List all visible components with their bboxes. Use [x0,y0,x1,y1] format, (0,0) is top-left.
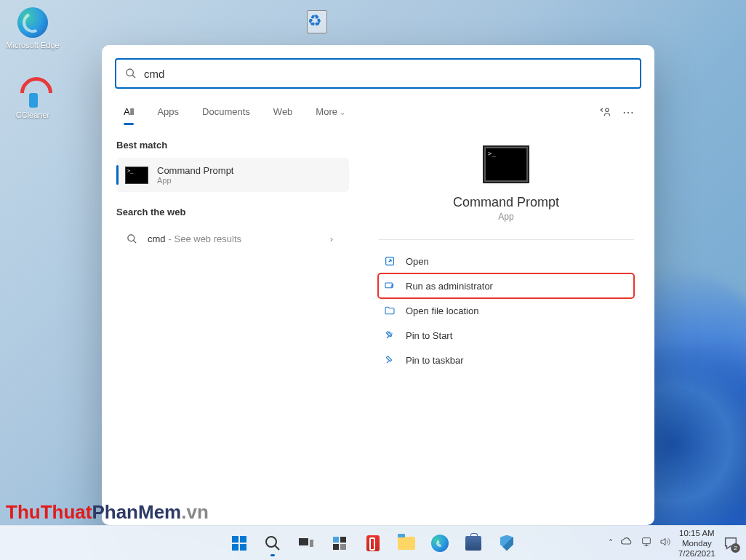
svg-line-4 [133,240,136,243]
notification-badge: 2 [731,543,740,553]
folder-icon [384,305,396,316]
volume-icon[interactable] [659,537,671,549]
taskbar-security[interactable] [492,529,521,558]
chevron-up-icon[interactable]: ˄ [609,538,613,548]
preview-pane: Command Prompt App Open Run as administr… [349,125,654,525]
store-icon [465,536,481,551]
pin-icon [384,329,396,341]
result-subtitle: App [157,176,233,185]
chevron-right-icon: › [330,233,333,244]
hero-subtitle: App [498,212,513,222]
pin-icon [384,354,396,366]
recycle-bin-icon[interactable] [302,7,332,36]
tab-web[interactable]: Web [266,100,300,124]
svg-rect-9 [299,538,308,545]
svg-point-2 [606,108,609,112]
best-match-header: Best match [116,140,349,151]
hero-title: Command Prompt [453,195,559,210]
svg-rect-10 [310,540,313,547]
svg-line-8 [275,545,279,550]
folder-icon [398,537,415,550]
web-query: cmd [148,233,166,244]
svg-point-3 [128,235,135,241]
widgets[interactable] [325,529,354,558]
edge-icon [431,535,449,552]
search-window: All Apps Documents Web More⌄ ⋯ Best matc… [102,45,654,525]
svg-rect-13 [333,544,339,550]
svg-line-1 [132,75,135,78]
taskbar-edge[interactable] [425,529,454,558]
tab-more[interactable]: More⌄ [308,100,353,124]
svg-rect-11 [333,537,339,543]
watermark: ThuThuatPhanMem.vn [6,501,209,524]
svg-rect-15 [642,538,650,544]
divider [378,239,634,240]
svg-point-7 [266,537,276,547]
taskbar-store[interactable] [459,529,488,558]
taskview-icon [297,535,315,552]
svg-rect-14 [340,544,346,550]
taskbar-search[interactable] [258,529,287,558]
result-command-prompt[interactable]: Command Prompt App [116,158,349,192]
tab-documents[interactable]: Documents [195,100,257,124]
ccleaner-icon [17,77,48,108]
switch-user-icon[interactable] [593,101,617,124]
chevron-down-icon: ⌄ [340,108,345,116]
search-tabs: All Apps Documents Web More⌄ ⋯ [102,96,654,125]
svg-point-0 [127,69,133,76]
desktop-icon-label: CCleaner [6,111,60,120]
admin-icon [384,280,396,292]
action-run-as-admin[interactable]: Run as administrator [378,273,634,298]
desktop-icon-ccleaner[interactable]: CCleaner [6,77,60,120]
search-web-header: Search the web [116,207,349,217]
search-input-container[interactable] [115,58,641,89]
svg-rect-12 [340,537,346,543]
tab-apps[interactable]: Apps [150,100,186,124]
onedrive-icon[interactable] [620,537,633,548]
web-suffix: - See web results [169,233,241,244]
action-open[interactable]: Open [378,249,634,273]
search-icon [127,233,137,244]
system-tray[interactable]: ˄ [609,537,671,549]
taskbar-clock[interactable]: 10:15 AM Monday 7/26/2021 [678,528,715,559]
taskbar: ˄ 10:15 AM Monday 7/26/2021 2 [0,525,746,560]
open-icon [384,255,396,267]
tab-all[interactable]: All [116,100,141,124]
edge-icon [17,7,48,38]
search-icon [125,68,137,79]
cmd-icon [125,167,148,184]
network-icon[interactable] [641,537,652,549]
result-title: Command Prompt [157,165,233,176]
search-input[interactable] [144,68,631,80]
action-open-location[interactable]: Open file location [378,298,634,323]
taskbar-explorer[interactable] [392,529,421,558]
search-icon [264,535,281,552]
windows-logo-icon [232,536,246,551]
task-view[interactable] [292,529,321,558]
widgets-icon [331,535,348,552]
office-icon [366,535,380,551]
action-pin-taskbar[interactable]: Pin to taskbar [378,348,634,372]
hero-cmd-icon [484,147,528,182]
desktop-icon-label: Microsoft Edge [6,41,60,50]
more-options-icon[interactable]: ⋯ [617,101,640,124]
notifications-button[interactable]: 2 [723,535,739,551]
desktop-icon-edge[interactable]: Microsoft Edge [6,7,60,50]
action-pin-start[interactable]: Pin to Start [378,323,634,348]
shield-icon [500,535,513,551]
taskbar-office[interactable] [358,529,388,558]
web-search-item[interactable]: cmd - See web results › [116,225,349,253]
results-pane: Best match Command Prompt App Search the… [102,125,349,525]
start-button[interactable] [225,529,254,558]
